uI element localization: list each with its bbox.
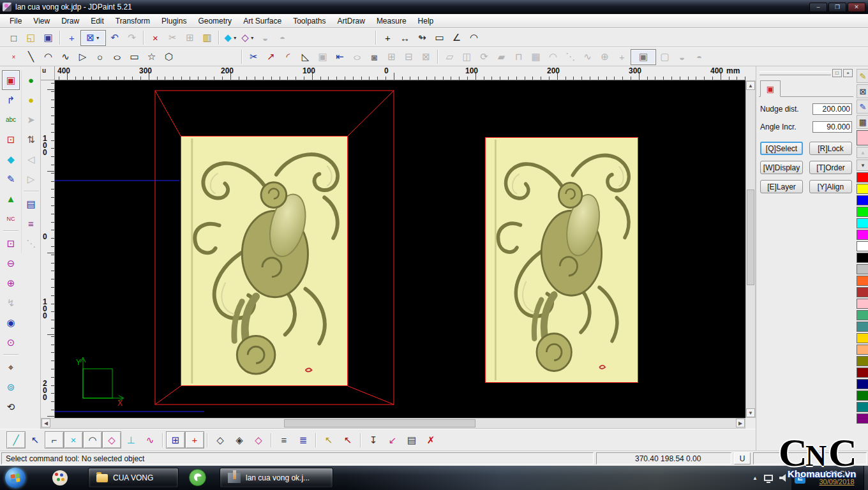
snap-vector-button[interactable]: ↙ bbox=[383, 431, 402, 449]
pick-color-button[interactable]: ✎ bbox=[857, 100, 868, 114]
fillet-tool[interactable]: ◜ bbox=[280, 49, 297, 65]
new-file-button[interactable]: □ bbox=[5, 30, 22, 46]
swap-layer-button[interactable]: ⇅ bbox=[22, 130, 40, 149]
panel-button-rlock[interactable]: [R]Lock bbox=[809, 142, 852, 155]
offset-shape-tool[interactable]: ⊡ bbox=[2, 130, 20, 149]
spline-tool[interactable]: ∿ bbox=[57, 49, 74, 65]
snap-tangent-button[interactable]: ∿ bbox=[140, 431, 160, 449]
vertical-scrollbar[interactable]: ▲ ▼ bbox=[745, 80, 756, 418]
start-button[interactable] bbox=[5, 468, 26, 488]
color-swatch-2[interactable] bbox=[857, 195, 868, 205]
menu-edit[interactable]: Edit bbox=[85, 15, 110, 27]
dimension-offset-tool[interactable]: ⇤ bbox=[331, 49, 348, 65]
hatch-display-button[interactable]: ≡ bbox=[22, 214, 40, 234]
pan-tool[interactable]: ⌖ bbox=[2, 357, 20, 377]
coccoc-taskbar-icon[interactable] bbox=[189, 469, 206, 486]
point-tool[interactable]: × bbox=[5, 49, 22, 65]
color-swatch-3[interactable] bbox=[857, 207, 868, 217]
snap-axis-button[interactable]: + bbox=[185, 431, 204, 449]
measure-path-button[interactable]: ↬ bbox=[414, 30, 431, 46]
text-tool[interactable]: abc bbox=[2, 110, 20, 130]
color-swatch-8[interactable] bbox=[857, 264, 868, 274]
color-swatch-12[interactable] bbox=[857, 310, 868, 320]
show-all-layers-button[interactable]: ● bbox=[22, 70, 40, 90]
menu-artdraw[interactable]: ArtDraw bbox=[332, 15, 371, 27]
delete-button[interactable]: × bbox=[147, 30, 164, 46]
panel-button-qselect[interactable]: [Q]Select bbox=[760, 142, 803, 155]
color-swatch-13[interactable] bbox=[857, 322, 868, 332]
unit-button[interactable]: U bbox=[734, 452, 751, 464]
object-list-button[interactable]: ▤ bbox=[402, 431, 421, 449]
color-swatch-18[interactable] bbox=[857, 379, 868, 389]
pick-add-button[interactable]: ↖ bbox=[319, 431, 338, 449]
menu-draw[interactable]: Draw bbox=[56, 15, 85, 27]
drawing-canvas[interactable]: Y X bbox=[55, 80, 745, 418]
cut-curve-tool[interactable]: ✂ bbox=[245, 49, 262, 65]
snap-cursor-button[interactable]: ↖ bbox=[26, 431, 45, 449]
panel-button-elayer[interactable]: [E]Layer bbox=[760, 180, 803, 193]
clear-selection-button[interactable]: ✗ bbox=[421, 431, 440, 449]
measure-distance-button[interactable]: ↔ bbox=[396, 30, 414, 46]
vscroll-thumb[interactable] bbox=[747, 189, 754, 285]
zoom-in-tool[interactable]: ⊕ bbox=[2, 273, 20, 293]
nc-drill-tool[interactable]: NC bbox=[2, 209, 20, 228]
color-swatch-16[interactable] bbox=[857, 356, 868, 366]
menu-measure[interactable]: Measure bbox=[371, 15, 412, 27]
snap-endpoint-button[interactable]: ╱ bbox=[6, 431, 26, 449]
measure-size-button[interactable]: ▭ bbox=[431, 30, 448, 46]
panel-button-torder[interactable]: [T]Order bbox=[809, 161, 852, 174]
hidden-icons-button[interactable]: ▲ bbox=[752, 475, 758, 481]
line-tool[interactable]: ╲ bbox=[22, 49, 40, 65]
color-swatch-10[interactable] bbox=[857, 287, 868, 297]
relief-artwork-selected[interactable] bbox=[181, 136, 348, 386]
network-icon[interactable] bbox=[764, 475, 773, 481]
menu-toolpaths[interactable]: Toolpaths bbox=[287, 15, 331, 27]
scroll-down-arrow[interactable]: ▼ bbox=[746, 408, 755, 417]
star-tool[interactable]: ☆ bbox=[143, 49, 160, 65]
panel-button-wdisplay[interactable]: [W]Display bbox=[760, 161, 803, 174]
color-swatch-17[interactable] bbox=[857, 368, 868, 378]
shaded-view-button[interactable]: ◆▼ bbox=[222, 30, 239, 46]
color-swatch-4[interactable] bbox=[857, 218, 868, 228]
menu-view[interactable]: View bbox=[27, 15, 56, 27]
horizontal-scrollbar[interactable]: ◀ ▶ bbox=[41, 418, 745, 429]
snap-mid-edge-button[interactable]: ◇ bbox=[211, 431, 230, 449]
color-swatch-0[interactable] bbox=[857, 172, 868, 182]
color-swatch-1[interactable] bbox=[857, 184, 868, 194]
snap-perpendicular-button[interactable]: ⊥ bbox=[121, 431, 140, 449]
draw-color-pencil-button[interactable]: ✎ bbox=[857, 69, 868, 83]
arc-tool[interactable]: ◠ bbox=[40, 49, 57, 65]
open-file-button[interactable]: ◱ bbox=[22, 30, 40, 46]
zoom-ratio-tool[interactable]: ⊚ bbox=[2, 377, 20, 397]
undo-button[interactable]: ↶ bbox=[106, 30, 123, 46]
brush-tool[interactable]: ✎ bbox=[2, 169, 20, 189]
panel-maximize-button[interactable]: □ bbox=[832, 69, 842, 77]
rectangle-tool[interactable]: ▭ bbox=[126, 49, 143, 65]
current-color-swatch[interactable] bbox=[857, 130, 868, 145]
paste-button[interactable]: ▥ bbox=[198, 30, 216, 46]
show-current-layer-button[interactable]: ● bbox=[22, 90, 40, 110]
circle-tool[interactable]: ○ bbox=[91, 49, 108, 65]
panel-button-yalign[interactable]: [Y]Align bbox=[809, 180, 852, 193]
angle-incr-field[interactable] bbox=[812, 121, 852, 133]
close-button[interactable]: ✕ bbox=[848, 3, 865, 12]
color-swatch-11[interactable] bbox=[857, 299, 868, 309]
snap-arc-button[interactable]: ◠ bbox=[83, 431, 102, 449]
taskbar-clock[interactable]: 4:20 CH 30/09/2018 bbox=[812, 470, 862, 486]
contour-parallel-tool[interactable]: ◙ bbox=[366, 49, 383, 65]
snap-mid-center-button[interactable]: ◇ bbox=[249, 431, 268, 449]
selection-mode-button[interactable]: ⊠▼ bbox=[80, 30, 106, 46]
taskbar-item-jdpaint[interactable]: lan cua vong ok.j... bbox=[220, 468, 333, 488]
zoom-window-tool[interactable]: ⊡ bbox=[2, 234, 20, 253]
crosshair-origin-button[interactable]: + bbox=[63, 30, 80, 46]
menu-geometry[interactable]: Geometry bbox=[192, 15, 237, 27]
zoom-object-tool[interactable]: ⊙ bbox=[2, 332, 20, 352]
scroll-right-arrow[interactable]: ▶ bbox=[736, 419, 745, 427]
pick-remove-button[interactable]: ↖ bbox=[338, 431, 357, 449]
fill-region-tool[interactable]: ◆ bbox=[2, 149, 20, 169]
snap-corner-button[interactable]: ⌐ bbox=[45, 431, 64, 449]
relief-artwork-copy[interactable] bbox=[485, 137, 638, 383]
view-extents-tool[interactable]: ◉ bbox=[2, 313, 20, 332]
volume-icon[interactable] bbox=[779, 474, 788, 482]
drop-to-surface-button[interactable]: ↧ bbox=[364, 431, 383, 449]
